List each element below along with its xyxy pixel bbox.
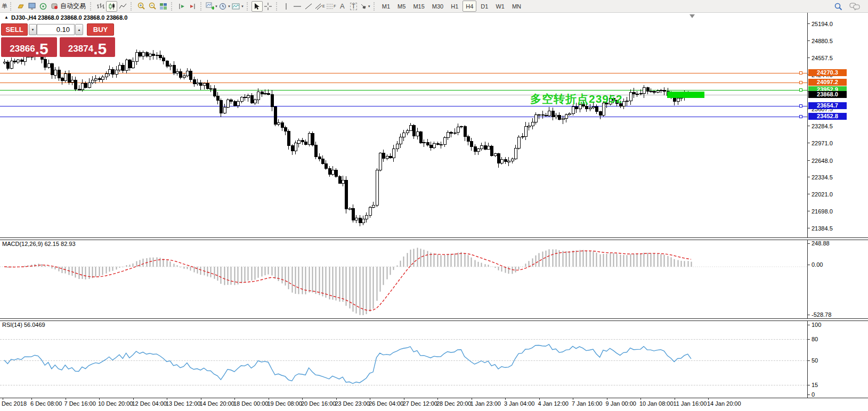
chart-shift-marker[interactable]: [689, 14, 695, 18]
highlight-rectangle[interactable]: [667, 92, 704, 98]
timeframe-H4[interactable]: H4: [463, 1, 476, 12]
vertical-line-tool[interactable]: [281, 1, 292, 12]
buy-button[interactable]: BUY: [87, 23, 114, 36]
time-label: 13 Dec 12:00: [166, 400, 200, 407]
dropdown-arrow-icon: ▼: [368, 5, 371, 8]
price-tick: [807, 40, 810, 41]
add-indicator-button[interactable]: ▼: [205, 1, 218, 12]
toolbar-drag-handle: [247, 2, 249, 11]
bar-chart-button[interactable]: [95, 1, 106, 12]
autoscroll-button[interactable]: [187, 1, 198, 12]
cursor-button[interactable]: [252, 1, 263, 12]
chart-title: ▲ DJ30-,H4 23868.0 23868.0 23868.0 23868…: [4, 14, 127, 21]
time-label: 19 Dec 08:00: [267, 400, 302, 407]
macd-tick: [807, 315, 810, 315]
zoom-in-button[interactable]: [135, 1, 147, 12]
zoom-in-icon: [137, 2, 145, 10]
fibonacci-sub-label: F: [334, 4, 336, 8]
new-order-button[interactable]: 单: [1, 1, 8, 12]
text-tool-icon: A: [340, 2, 345, 10]
chat-icon: [849, 2, 860, 10]
toolbar-drag-handle: [374, 2, 376, 11]
time-label: 4 Jan 12:00: [538, 400, 569, 407]
volume-increase-button[interactable]: ▲: [75, 24, 83, 35]
fibonacci-tool[interactable]: F: [326, 1, 337, 12]
price-tick-label: 24557.5: [812, 55, 846, 61]
rsi-pane[interactable]: [0, 321, 807, 398]
rsi-tick: [807, 394, 810, 395]
periods-button[interactable]: ▼: [218, 1, 231, 12]
candlestick-chart-button[interactable]: [106, 1, 117, 12]
bid-price-panel[interactable]: 23866.5: [1, 37, 57, 57]
timeframe-D1[interactable]: D1: [477, 1, 491, 12]
tile-windows-button[interactable]: [158, 1, 169, 12]
timeframe-M15[interactable]: M15: [410, 1, 427, 12]
time-tick: [573, 398, 573, 400]
volume-decrease-button[interactable]: ▼: [29, 24, 37, 35]
time-tick: [234, 398, 235, 400]
dropdown-arrow-icon: ▼: [241, 5, 244, 8]
price-tick: [807, 160, 810, 161]
pivot-annotation-text[interactable]: 多空转折点23952: [530, 92, 622, 106]
toolbar-drag-handle: [10, 2, 13, 11]
chat-button[interactable]: [849, 1, 861, 12]
horizontal-line-tool[interactable]: [292, 1, 303, 12]
trendline-tool[interactable]: [303, 1, 314, 12]
timeframe-M5[interactable]: M5: [394, 1, 409, 12]
channel-icon: [315, 3, 322, 10]
search-button[interactable]: [832, 1, 843, 12]
dropdown-arrow-icon: ▼: [215, 5, 218, 8]
rsi-tick: [807, 360, 810, 361]
time-tick: [336, 398, 337, 400]
text-tool[interactable]: A: [337, 1, 348, 12]
equidistant-channel-tool[interactable]: E: [314, 1, 326, 12]
ask-price-panel[interactable]: 23874.5: [60, 37, 115, 57]
line-chart-button[interactable]: [117, 1, 128, 12]
macd-tick: [807, 265, 810, 265]
rsi-tick: [807, 325, 810, 325]
time-tick: [607, 398, 607, 400]
bar-chart-icon: [96, 3, 105, 10]
collapse-panel-icon[interactable]: ▲: [4, 15, 9, 20]
time-label: 14 Dec 20:00: [200, 400, 234, 407]
toolbar-drag-handle: [200, 2, 203, 11]
price-tick: [807, 211, 810, 211]
zoom-out-button[interactable]: [147, 1, 158, 12]
time-label: Dec 2018: [2, 400, 27, 407]
timeframe-W1[interactable]: W1: [492, 1, 508, 12]
timeframe-MN[interactable]: MN: [509, 1, 524, 12]
ask-price-frac: .5: [93, 42, 107, 57]
signals-button[interactable]: [37, 1, 48, 12]
time-label: 14 Jan 20:00: [707, 400, 741, 407]
price-tick: [807, 57, 810, 58]
resistance-price-label: 24270.3: [808, 69, 847, 76]
arrows-tool[interactable]: ▼: [359, 1, 371, 12]
templates-button[interactable]: ▼: [231, 1, 245, 12]
zoom-out-icon: [148, 2, 157, 10]
deposit-gold-button[interactable]: [15, 1, 26, 12]
time-tick: [404, 398, 404, 400]
time-tick: [302, 398, 303, 400]
crosshair-button[interactable]: [263, 1, 274, 12]
price-tick-label: 22021.0: [812, 191, 846, 198]
timeframe-M1[interactable]: M1: [379, 1, 393, 12]
text-label-tool[interactable]: T: [348, 1, 359, 12]
timeframe-H1[interactable]: H1: [448, 1, 461, 12]
support-price-label: 23452.8: [808, 113, 847, 120]
sell-button[interactable]: SELL: [1, 23, 28, 36]
autotrading-button[interactable]: 自动交易: [48, 1, 88, 12]
terminal-button[interactable]: [26, 1, 37, 12]
chart-shift-button[interactable]: [176, 1, 187, 12]
line-chart-icon: [119, 3, 127, 10]
time-label: 27 Dec 12:00: [403, 400, 437, 407]
timeframe-M30[interactable]: M30: [429, 1, 447, 12]
autotrading-icon: [51, 3, 59, 10]
autotrading-label: 自动交易: [60, 2, 86, 11]
macd-pane[interactable]: [0, 240, 807, 318]
volume-input[interactable]: [37, 24, 75, 35]
time-label: 28 Dec 20:00: [436, 400, 471, 407]
text-label-icon: T: [350, 3, 357, 10]
time-label: 9 Jan 00:00: [606, 400, 637, 407]
time-tick: [3, 398, 3, 400]
candlestick-chart[interactable]: [0, 13, 807, 237]
